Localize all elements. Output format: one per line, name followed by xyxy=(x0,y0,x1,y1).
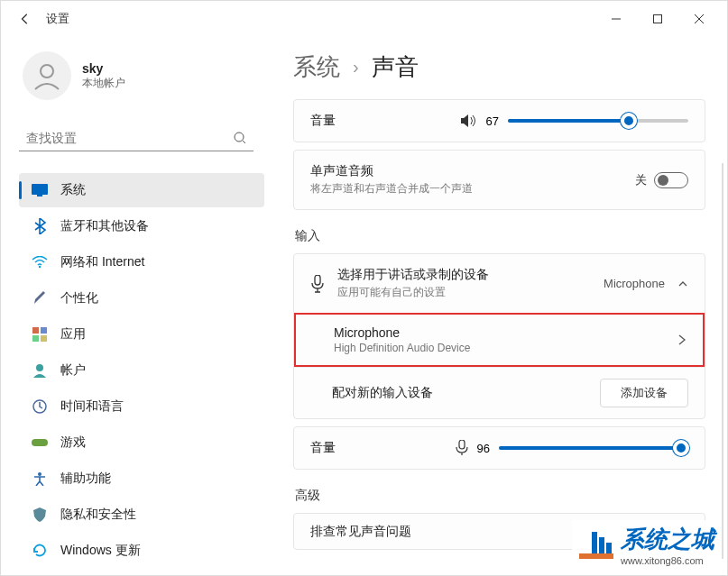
choose-input-row[interactable]: 选择用于讲话或录制的设备 应用可能有自己的设置 Microphone xyxy=(294,254,705,313)
nav-label: Windows 更新 xyxy=(60,543,141,559)
input-volume-slider[interactable] xyxy=(499,446,688,450)
avatar xyxy=(23,51,71,100)
nav-item-time[interactable]: 时间和语言 xyxy=(19,389,264,424)
update-icon xyxy=(32,543,48,559)
microphone-icon xyxy=(310,275,325,293)
input-device-card: 选择用于讲话或录制的设备 应用可能有自己的设置 Microphone Micro… xyxy=(293,253,705,419)
device-name: Microphone xyxy=(334,325,470,340)
chevron-right-icon xyxy=(677,334,687,346)
watermark: 系统之城 www.xitong86.com xyxy=(572,520,722,570)
sidebar: sky 本地帐户 系统 蓝牙和其他设备 网络和 Internet xyxy=(1,37,272,576)
mono-state: 关 xyxy=(635,172,647,188)
svg-rect-23 xyxy=(579,553,613,559)
nav-item-system[interactable]: 系统 xyxy=(19,173,264,207)
close-button[interactable] xyxy=(678,5,720,33)
search-box[interactable] xyxy=(19,125,253,151)
search-icon xyxy=(234,132,246,144)
window-title: 设置 xyxy=(46,11,69,27)
pair-label: 配对新的输入设备 xyxy=(332,385,433,401)
output-volume-card: 音量 67 xyxy=(293,99,705,142)
minimize-button[interactable] xyxy=(595,5,637,33)
microphone-device-row[interactable]: Microphone High Definition Audio Device xyxy=(294,313,705,367)
svg-rect-18 xyxy=(315,275,320,285)
clock-globe-icon xyxy=(32,398,48,415)
svg-rect-10 xyxy=(32,327,39,334)
nav-item-accessibility[interactable]: 辅助功能 xyxy=(19,462,264,496)
back-button[interactable] xyxy=(19,13,32,25)
shield-icon xyxy=(32,507,48,523)
watermark-url: www.xitong86.com xyxy=(621,555,714,566)
device-sub: High Definition Audio Device xyxy=(334,342,470,354)
nav-item-account[interactable]: 帐户 xyxy=(19,353,264,388)
nav-item-personalize[interactable]: 个性化 xyxy=(19,281,264,315)
nav-label: 个性化 xyxy=(60,290,98,306)
bluetooth-icon xyxy=(32,218,48,234)
choose-input-sub: 应用可能有自己的设置 xyxy=(337,285,489,300)
maximize-button[interactable] xyxy=(637,5,678,33)
svg-rect-22 xyxy=(606,543,612,553)
nav-item-apps[interactable]: 应用 xyxy=(19,317,264,352)
nav-label: 应用 xyxy=(60,326,86,343)
troubleshoot-label: 排查常见声音问题 xyxy=(310,524,411,538)
watermark-icon xyxy=(579,530,613,561)
add-device-button[interactable]: 添加设备 xyxy=(600,379,688,407)
accessibility-icon xyxy=(32,471,48,487)
svg-rect-11 xyxy=(41,327,47,334)
apps-icon xyxy=(32,326,48,343)
system-icon xyxy=(32,182,48,198)
nav-label: 蓝牙和其他设备 xyxy=(60,218,149,234)
input-section-header: 输入 xyxy=(295,228,705,244)
wifi-icon xyxy=(32,254,48,270)
watermark-text: 系统之城 xyxy=(621,524,714,555)
search-input[interactable] xyxy=(26,131,234,145)
choose-input-title: 选择用于讲话或录制的设备 xyxy=(337,267,489,283)
breadcrumb-current: 声音 xyxy=(372,51,419,83)
maximize-icon xyxy=(653,14,662,23)
nav-item-bluetooth[interactable]: 蓝牙和其他设备 xyxy=(19,209,264,243)
scrollbar[interactable] xyxy=(722,163,723,559)
pair-input-row: 配对新的输入设备 添加设备 xyxy=(294,367,705,418)
nav-item-gaming[interactable]: 游戏 xyxy=(19,425,264,460)
nav-item-network[interactable]: 网络和 Internet xyxy=(19,245,264,279)
close-icon xyxy=(695,14,704,23)
speaker-icon xyxy=(461,114,477,128)
person-icon xyxy=(32,60,62,91)
mono-audio-card[interactable]: 单声道音频 将左声道和右声道合并成一个声道 关 xyxy=(293,150,705,210)
chevron-up-icon xyxy=(677,279,688,289)
svg-rect-13 xyxy=(41,335,47,342)
output-volume-slider[interactable] xyxy=(508,119,688,123)
user-subtitle: 本地帐户 xyxy=(82,76,125,91)
mono-sub: 将左声道和右声道合并成一个声道 xyxy=(310,181,473,197)
svg-rect-7 xyxy=(32,184,48,195)
svg-point-5 xyxy=(235,133,244,142)
user-name: sky xyxy=(82,61,125,76)
nav-label: 隐私和安全性 xyxy=(60,507,136,523)
nav-list: 系统 蓝牙和其他设备 网络和 Internet 个性化 应用 帐户 xyxy=(19,173,264,568)
nav-label: 游戏 xyxy=(60,434,86,451)
mono-toggle[interactable] xyxy=(654,172,688,188)
breadcrumb-parent[interactable]: 系统 xyxy=(293,51,340,83)
svg-rect-20 xyxy=(592,532,597,553)
output-volume-value: 67 xyxy=(486,114,499,128)
chevron-right-icon: › xyxy=(353,57,359,78)
svg-rect-8 xyxy=(37,195,42,197)
nav-label: 帐户 xyxy=(60,362,86,379)
svg-rect-1 xyxy=(654,15,662,23)
titlebar: 设置 xyxy=(1,1,727,37)
minimize-icon xyxy=(612,14,621,23)
svg-point-17 xyxy=(38,472,41,476)
nav-label: 系统 xyxy=(60,182,86,198)
svg-rect-12 xyxy=(32,335,39,342)
input-volume-label: 音量 xyxy=(310,440,336,456)
nav-label: 时间和语言 xyxy=(60,398,124,415)
user-block[interactable]: sky 本地帐户 xyxy=(19,51,264,100)
nav-item-privacy[interactable]: 隐私和安全性 xyxy=(19,498,264,532)
selected-input: Microphone xyxy=(604,277,665,290)
content: 系统 › 声音 音量 67 单声道音频 xyxy=(272,37,727,576)
gaming-icon xyxy=(32,434,48,451)
microphone-icon xyxy=(456,440,468,456)
svg-line-6 xyxy=(243,141,245,143)
account-icon xyxy=(32,362,48,379)
nav-item-update[interactable]: Windows 更新 xyxy=(19,534,264,568)
svg-rect-21 xyxy=(599,537,604,553)
